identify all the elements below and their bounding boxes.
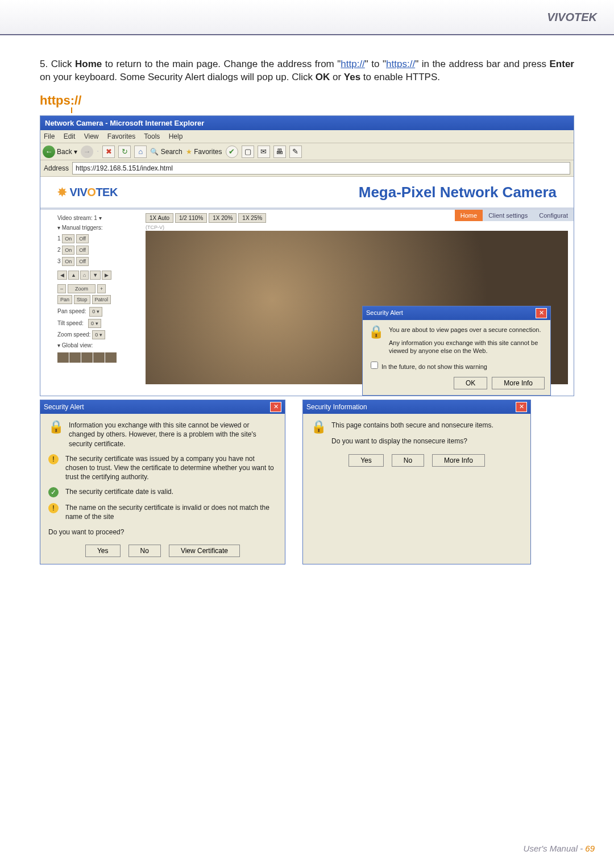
video-stream-select[interactable]: Video stream: 1 ▾ <box>57 214 140 222</box>
https-link[interactable]: https:// <box>386 59 415 69</box>
alert-msg: You are about to view pages over a secur… <box>389 326 545 334</box>
pan-speed-label: Pan speed: <box>57 308 86 314</box>
favorites-label[interactable]: Favorites <box>194 148 222 156</box>
close-icon[interactable]: ✕ <box>270 402 281 412</box>
alert-title-bar: Security Alert✕ <box>363 306 550 320</box>
alert-title: Security Alert <box>366 309 403 317</box>
zoom-out-button[interactable]: – <box>57 284 66 293</box>
media-icon[interactable]: ▢ <box>242 146 254 158</box>
more-info-button[interactable]: More Info <box>432 454 485 467</box>
yes-keyword: Yes <box>344 72 360 82</box>
alert-msg: Any information you exchange with this s… <box>389 339 545 356</box>
nav-client-settings[interactable]: Client settings <box>483 210 533 222</box>
address-label: Address <box>44 164 69 173</box>
nav-home[interactable]: Home <box>455 210 483 222</box>
more-info-button[interactable]: More Info <box>492 377 545 389</box>
print-icon[interactable]: 🖶 <box>273 146 286 158</box>
close-icon[interactable]: ✕ <box>516 402 527 412</box>
warning-icon: ! <box>48 503 59 513</box>
zoom-speed-select[interactable]: 0 ▾ <box>92 330 105 339</box>
thumb[interactable] <box>81 352 93 363</box>
yes-button[interactable]: Yes <box>349 454 384 467</box>
tilt-speed-select[interactable]: 0 ▾ <box>88 319 101 328</box>
video-tab[interactable]: 1X 25% <box>238 213 266 223</box>
address-input[interactable]: https://192.168.5.151/index.html <box>72 162 570 175</box>
ptz-up-icon[interactable]: ▲ <box>68 271 79 280</box>
trigger-3-off[interactable]: Off <box>76 257 89 266</box>
mail-icon[interactable]: ✉ <box>258 146 270 158</box>
t: TEK <box>96 186 118 198</box>
thumb[interactable] <box>57 352 69 363</box>
history-icon[interactable]: ✔ <box>226 146 238 158</box>
ok-button[interactable]: OK <box>454 377 487 389</box>
ptz-left-icon[interactable]: ◀ <box>57 271 67 280</box>
tcp-label: (TCP-V) <box>146 224 568 231</box>
ptz-down-icon[interactable]: ▼ <box>90 271 101 280</box>
menu-tools[interactable]: Tools <box>144 132 160 140</box>
trigger-2: 2 <box>57 247 61 253</box>
back-button[interactable]: ←Back ▾ <box>43 146 77 158</box>
view-certificate-button[interactable]: View Certificate <box>169 545 240 557</box>
video-tab[interactable]: 1X 20% <box>209 213 237 223</box>
search-label[interactable]: Search <box>161 148 182 156</box>
t: Click <box>51 59 75 69</box>
page-number: 69 <box>585 844 595 853</box>
trigger-3-on[interactable]: On <box>62 257 74 266</box>
lock-icon: 🔒 <box>311 421 326 435</box>
ok-keyword: OK <box>316 72 330 82</box>
nav-configuration[interactable]: Configurat <box>533 210 574 222</box>
video-tab[interactable]: 1/2 110% <box>175 213 207 223</box>
edit-icon[interactable]: ✎ <box>289 146 302 158</box>
stop-button[interactable]: Stop <box>74 295 90 304</box>
yes-button[interactable]: Yes <box>85 545 121 557</box>
camera-header: ✸ VIVOTEK Mega-Pixel Network Camera <box>40 182 574 209</box>
video-tab[interactable]: 1X Auto <box>146 213 173 223</box>
pan-button[interactable]: Pan <box>57 295 72 304</box>
address-bar: Address https://192.168.5.151/index.html <box>40 160 574 177</box>
http-link[interactable]: http:// <box>341 59 365 69</box>
trigger-2-on[interactable]: On <box>62 246 74 255</box>
menu-view[interactable]: View <box>84 132 99 140</box>
vivotek-logo: ✸ VIVOTEK <box>57 185 118 200</box>
proceed-question: Do you want to proceed? <box>48 528 277 537</box>
menu-help[interactable]: Help <box>169 132 183 140</box>
zoom-in-button[interactable]: + <box>97 284 106 293</box>
zoom-speed-label: Zoom speed: <box>57 331 90 338</box>
instruction-step-5: 5. Click Home to return to the main page… <box>40 58 574 84</box>
global-view-label: ▾ Global view: <box>57 342 140 350</box>
thumb[interactable] <box>105 352 117 363</box>
forward-button[interactable]: → <box>81 146 93 158</box>
manual-page: VIVOTEK 5. Click Home to return to the m… <box>0 0 614 868</box>
no-button[interactable]: No <box>392 454 424 467</box>
ptz-home-icon[interactable]: ⌂ <box>80 271 89 280</box>
menu-favorites[interactable]: Favorites <box>107 132 135 140</box>
thumb[interactable] <box>69 352 81 363</box>
tilt-speed-label: Tilt speed: <box>57 320 84 326</box>
browser-title-bar: Network Camera - Microsoft Internet Expl… <box>40 116 574 131</box>
patrol-button[interactable]: Patrol <box>92 295 111 304</box>
cert-msg: The security certificate was issued by a… <box>65 454 277 482</box>
page-content: 5. Click Home to return to the main page… <box>0 35 614 564</box>
pan-speed-select[interactable]: 0 ▾ <box>89 307 102 316</box>
thumb[interactable] <box>93 352 105 363</box>
no-button[interactable]: No <box>128 545 161 557</box>
stop-icon[interactable]: ✖ <box>102 146 115 158</box>
menu-edit[interactable]: Edit <box>64 132 76 140</box>
security-information-dialog: Security Information✕ 🔒This page contain… <box>302 400 531 564</box>
ptz-right-icon[interactable]: ▶ <box>102 271 111 280</box>
t: VIV <box>70 186 88 198</box>
refresh-icon[interactable]: ↻ <box>118 146 131 158</box>
trigger-1-off[interactable]: Off <box>76 234 89 243</box>
warning-icon: ! <box>48 454 59 464</box>
search-icon: 🔍 <box>150 148 159 156</box>
manual-triggers-label: ▾ Manual triggers: <box>57 224 140 232</box>
brand-label: VIVOTEK <box>547 11 597 24</box>
cert-msg: The security certificate date is valid. <box>65 487 173 496</box>
t: to enable HTTPS. <box>360 72 440 82</box>
home-icon[interactable]: ⌂ <box>134 146 147 158</box>
menu-file[interactable]: File <box>44 132 55 140</box>
hide-warning-checkbox[interactable]: In the future, do not show this warning <box>368 360 545 371</box>
close-icon[interactable]: ✕ <box>536 308 547 318</box>
trigger-1-on[interactable]: On <box>62 234 74 243</box>
trigger-2-off[interactable]: Off <box>76 246 89 255</box>
